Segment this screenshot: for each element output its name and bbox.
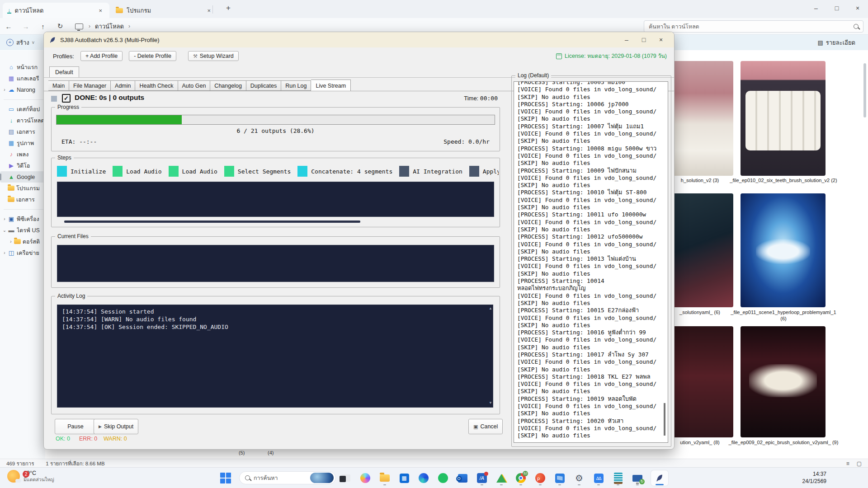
chrome-button[interactable] (515, 470, 527, 486)
maximize-button[interactable]: □ (635, 36, 652, 43)
expand-chevron-icon[interactable]: ⌄ (2, 228, 7, 233)
task-view-button[interactable] (340, 470, 352, 486)
sidebar-item[interactable]: ▦ แกลเลอรี (0, 73, 45, 84)
file-caption[interactable]: h_solution_v2 (3) (665, 177, 735, 183)
expand-chevron-icon[interactable]: › (2, 250, 7, 255)
minimize-button[interactable]: – (618, 36, 635, 43)
editor-app-button[interactable]: /A (476, 470, 488, 486)
pause-button[interactable]: Pause (55, 419, 96, 434)
sidebar-item[interactable]: › ▣ พีซีเครื่อง (0, 213, 45, 225)
file-explorer-button[interactable] (379, 470, 391, 486)
cancel-button[interactable]: ▣ Cancel (468, 419, 503, 434)
line-button[interactable] (437, 470, 449, 486)
sidebar-item-icon: ▬ (7, 227, 15, 234)
expand-chevron-icon[interactable]: › (2, 87, 7, 92)
close-button[interactable]: × (847, 0, 868, 16)
sidebar-item[interactable]: ↓ ดาวน์โหลด (0, 115, 45, 126)
profile-tab-default[interactable]: Default (49, 66, 79, 78)
file-caption[interactable]: _file_ep009_02_epic_brush_solution_v2yam… (724, 439, 843, 446)
sidebar-item[interactable]: ♪ เพลง (0, 149, 45, 160)
add-profile-button[interactable]: + Add Profile (80, 51, 123, 61)
autobatch-taskbar-button[interactable] (651, 470, 668, 486)
tab[interactable]: Main (48, 80, 69, 91)
new-button[interactable]: + สร้าง ˅ (6, 38, 34, 47)
file-thumbnail[interactable] (741, 61, 826, 176)
log-listbox[interactable]: [PROCESS] Starting: 10005 mb100 [VOICE] … (514, 81, 668, 443)
new-tab-button[interactable]: + (226, 4, 231, 13)
setup-wizard-button[interactable]: ⚒ Setup Wizard (188, 51, 239, 61)
file-thumbnail[interactable] (665, 61, 733, 176)
tab[interactable]: Health Check (135, 80, 178, 91)
breadcrumb[interactable]: ดาวน์โหลด (95, 22, 124, 31)
edge-button[interactable] (418, 470, 429, 486)
stop-indicator[interactable] (51, 96, 57, 102)
file-caption[interactable]: _solutionyaml_ (6) (665, 309, 735, 315)
start-button[interactable] (220, 473, 231, 483)
emulator-button[interactable]: ∆∆ (593, 470, 604, 486)
sidebar-item[interactable]: ▲ Google (0, 171, 45, 183)
forward-icon[interactable]: → (17, 23, 34, 30)
delete-profile-button[interactable]: - Delete Profile (129, 51, 176, 61)
sidebar-item[interactable]: เอกสาร (0, 194, 45, 205)
remote-desktop-button[interactable] (632, 470, 643, 486)
tab[interactable]: Live Stream (311, 80, 351, 91)
settings-button[interactable]: ⚙ (573, 470, 585, 486)
scroll-down-icon[interactable]: ▼ (489, 401, 492, 405)
sidebar-item[interactable]: › ◫ เครือข่าย (0, 247, 45, 258)
notes-app-button[interactable] (612, 470, 624, 486)
microsoft-store-button[interactable]: ▦ (398, 470, 410, 486)
tab-close-icon[interactable]: × (96, 7, 105, 14)
explorer-tab-downloads[interactable]: ↓ ดาวน์โหลด × (3, 3, 109, 18)
sidebar-item[interactable]: ▦ รูปภาพ (0, 137, 45, 149)
horizontal-scrollbar[interactable] (64, 221, 360, 223)
clipchamp-button[interactable] (554, 470, 566, 486)
google-drive-button[interactable] (495, 470, 507, 486)
explorer-search-box[interactable]: ค้นหาใน ดาวน์โหลด (644, 20, 863, 33)
sidebar-item[interactable]: ⌂ หน้าแรก (0, 61, 45, 73)
expand-chevron-icon[interactable]: › (2, 216, 7, 221)
list-view-icon[interactable]: ≡ (846, 460, 849, 467)
tab[interactable]: Admin (111, 80, 135, 91)
sidebar-item[interactable]: ⌄ ▬ ไดรฟ์ US (0, 225, 45, 236)
explorer-scrollbar[interactable] (863, 63, 866, 117)
pdf-app-button[interactable]: P (534, 470, 546, 486)
sidebar-item[interactable]: ▤ เอกสาร (0, 126, 45, 137)
autobatch-title-bar[interactable]: SJ88 AutoBatch v26.5.3 (Multi-Profile) –… (44, 32, 674, 47)
file-thumbnail[interactable] (741, 326, 826, 437)
close-button[interactable]: × (652, 36, 670, 43)
file-thumbnail[interactable] (741, 193, 826, 307)
tab[interactable]: Auto Gen (178, 80, 211, 91)
sidebar-item[interactable]: › ☁ Narong (0, 84, 45, 95)
tab[interactable]: File Manager (69, 80, 111, 91)
sidebar-item[interactable]: ▶ วิดีโอ (0, 160, 45, 171)
maximize-button[interactable]: □ (826, 0, 847, 16)
file-thumbnail[interactable] (665, 193, 733, 307)
activity-log-console[interactable]: [14:37:54] Session started [14:37:54] [W… (57, 305, 493, 408)
skip-output-button[interactable]: ▶ Skip Output (94, 419, 138, 434)
file-caption[interactable]: _file_ep010_02_six_teeth_brush_solution_… (726, 177, 841, 183)
back-icon[interactable]: ← (0, 23, 17, 30)
log-scrollbar-thumb[interactable] (664, 403, 665, 436)
taskbar-clock[interactable]: 14:37 24/1/2569 (802, 470, 826, 485)
tab[interactable]: Duplicates (246, 80, 281, 91)
tab[interactable]: Run Log (281, 80, 311, 91)
up-icon[interactable]: ↑ (34, 23, 52, 30)
sidebar-item[interactable]: โปรแกรม (0, 183, 45, 194)
tab[interactable]: Changelog (210, 80, 246, 91)
outlook-button[interactable] (457, 470, 468, 486)
done-checkbox[interactable]: ✓ (62, 94, 71, 103)
sidebar-item[interactable]: ▭ เดสก์ท็อป (0, 103, 45, 115)
thumbnail-view-icon[interactable]: ▢ (857, 460, 862, 467)
file-caption[interactable]: _file_ep011_scene1_hyperloop_problemyaml… (726, 309, 841, 322)
explorer-tab-programs[interactable]: โปรแกรม × (111, 3, 218, 18)
sidebar-item[interactable]: › ดอร์สติ (0, 236, 45, 247)
minimize-button[interactable]: – (806, 0, 826, 16)
weather-widget[interactable]: 2 29°C มีแดดส่วนใหญ่ (7, 470, 54, 483)
details-pane-button[interactable]: ▤ รายละเอียด (818, 38, 855, 47)
taskbar-search[interactable]: การค้นหา (239, 471, 336, 484)
copilot-button[interactable] (359, 470, 371, 486)
expand-chevron-icon[interactable]: › (8, 239, 14, 244)
scroll-up-icon[interactable]: ▲ (489, 306, 492, 310)
file-thumbnail[interactable] (665, 326, 733, 437)
refresh-icon[interactable]: ↻ (52, 22, 69, 30)
